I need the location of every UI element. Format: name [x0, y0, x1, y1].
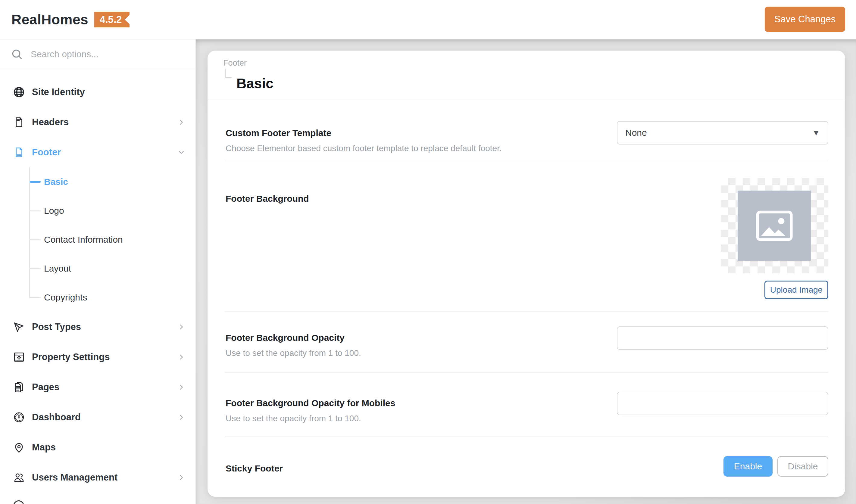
app-logo: RealHomes 4.5.2: [12, 12, 129, 28]
sidebar-item-label: Footer: [32, 147, 61, 158]
sidebar-item-footer[interactable]: Footer: [0, 137, 195, 167]
chevron-right-icon: [177, 323, 185, 331]
chevron-right-icon: [177, 383, 185, 391]
sidebar-item-maps[interactable]: Maps: [0, 432, 195, 463]
select-value: None: [625, 128, 647, 138]
speedometer-icon: [12, 411, 26, 423]
field-label: Footer Background: [226, 193, 598, 204]
row-footer-background-opacity-mobiles: Footer Background Opacity for Mobiles Us…: [208, 373, 845, 436]
sidebar-item-label: Post Types: [32, 322, 81, 332]
breadcrumb-connector: [225, 69, 232, 78]
search-input[interactable]: [31, 49, 175, 59]
sidebar-item-site-identity[interactable]: Site Identity: [0, 77, 195, 107]
sidebar-nav: Site Identity Headers Footer: [0, 69, 195, 492]
map-pin-icon: [12, 442, 26, 453]
sidebar-subitem-layout[interactable]: Layout: [29, 254, 195, 283]
field-label: Footer Background Opacity for Mobiles: [226, 398, 598, 409]
sidebar-item-label: Users Management: [32, 472, 118, 483]
caret-down-icon: ▼: [812, 129, 820, 137]
chevron-right-icon: [177, 118, 185, 126]
chevron-right-icon: [177, 353, 185, 361]
sidebar-item-label: Site Identity: [32, 87, 85, 97]
partial-next-item-icon: [13, 500, 24, 504]
field-description: Choose Elementor based custom footer tem…: [226, 143, 598, 154]
save-changes-button[interactable]: Save Changes: [765, 7, 845, 32]
globe-icon: [12, 86, 26, 98]
sidebar-item-dashboard[interactable]: Dashboard: [0, 402, 195, 432]
image-icon: [755, 210, 793, 241]
upload-image-button[interactable]: Upload Image: [764, 281, 828, 299]
breadcrumb: Footer: [223, 58, 247, 68]
sidebar-subitem-basic[interactable]: Basic: [29, 167, 195, 196]
paper-plane-icon: [12, 321, 26, 333]
footer-subtree: Basic Logo Contact Information Layout Co…: [29, 167, 195, 312]
sidebar-item-label: Headers: [32, 117, 69, 128]
background-image-preview: [721, 178, 828, 273]
field-description: Use to set the opacity from 1 to 100.: [226, 413, 598, 424]
row-footer-background: Footer Background Upload Image: [208, 161, 845, 312]
version-badge: 4.5.2: [94, 12, 129, 28]
sidebar-item-label: Maps: [32, 442, 56, 453]
field-label: Custom Footer Template: [226, 128, 598, 139]
subitem-label: Layout: [44, 264, 71, 274]
footer-background-opacity-mobiles-input[interactable]: [617, 392, 828, 415]
sidebar-subitem-copyrights[interactable]: Copyrights: [29, 283, 195, 312]
page-title: Basic: [236, 75, 273, 91]
sidebar-item-label: Dashboard: [32, 412, 81, 423]
card-header: Footer Basic: [208, 51, 845, 100]
enable-button[interactable]: Enable: [724, 456, 772, 476]
field-label: Sticky Footer: [226, 463, 598, 474]
subitem-label: Logo: [44, 205, 64, 216]
users-icon: [12, 471, 26, 484]
sidebar-item-post-types[interactable]: Post Types: [0, 312, 195, 342]
footer-background-opacity-input[interactable]: [617, 326, 828, 350]
row-footer-background-opacity: Footer Background Opacity Use to set the…: [208, 312, 845, 373]
footer-document-icon: [12, 146, 26, 158]
chevron-right-icon: [177, 473, 185, 482]
disable-button[interactable]: Disable: [778, 456, 828, 476]
property-window-icon: [12, 351, 26, 363]
sidebar-subitem-logo[interactable]: Logo: [29, 196, 195, 225]
row-custom-footer-template: Custom Footer Template Choose Elementor …: [208, 100, 845, 161]
sidebar-item-label: Pages: [32, 382, 59, 393]
settings-card: Footer Basic Custom Footer Template Choo…: [208, 51, 845, 497]
pages-icon: [12, 381, 26, 393]
sidebar-item-headers[interactable]: Headers: [0, 107, 195, 137]
search-bar[interactable]: [0, 39, 195, 69]
subitem-label: Contact Information: [44, 235, 123, 245]
sticky-footer-toggle: Enable Disable: [724, 456, 828, 476]
main-content-area: Footer Basic Custom Footer Template Choo…: [196, 39, 856, 504]
field-label: Footer Background Opacity: [226, 332, 598, 343]
chevron-down-icon: [177, 148, 185, 156]
sidebar: Site Identity Headers Footer: [0, 39, 196, 504]
sidebar-item-property-settings[interactable]: Property Settings: [0, 342, 195, 372]
top-header: RealHomes 4.5.2 Save Changes: [0, 0, 856, 39]
sidebar-item-users-management[interactable]: Users Management: [0, 463, 195, 492]
subitem-label: Copyrights: [44, 292, 87, 303]
field-description: Use to set the opacity from 1 to 100.: [226, 348, 598, 358]
custom-footer-template-select[interactable]: None ▼: [617, 121, 828, 145]
image-placeholder: [738, 191, 811, 261]
header-document-icon: [12, 116, 26, 128]
search-icon: [11, 48, 23, 60]
subitem-label: Basic: [44, 177, 68, 187]
sidebar-item-pages[interactable]: Pages: [0, 372, 195, 402]
sidebar-subitem-contact-information[interactable]: Contact Information: [29, 225, 195, 254]
chevron-right-icon: [177, 413, 185, 421]
sidebar-item-label: Property Settings: [32, 352, 110, 362]
app-name: RealHomes: [12, 12, 88, 28]
row-sticky-footer: Sticky Footer Enable Disable: [208, 436, 845, 497]
